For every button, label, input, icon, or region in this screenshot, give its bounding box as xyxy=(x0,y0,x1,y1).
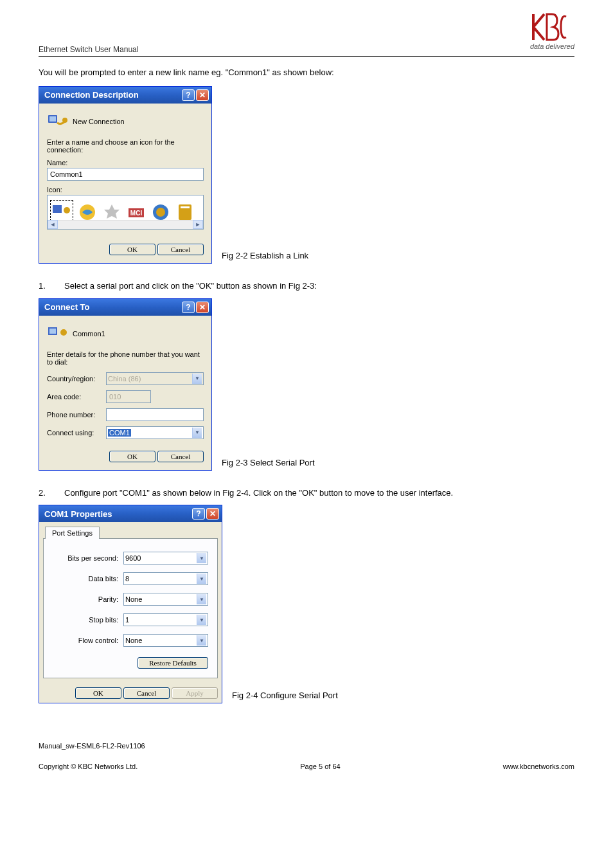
help-button[interactable]: ? xyxy=(182,302,195,313)
new-connection-icon xyxy=(47,111,67,132)
connect-using-label: Connect using: xyxy=(47,429,106,437)
chevron-down-icon[interactable]: ▼ xyxy=(197,594,206,604)
restore-defaults-button[interactable]: Restore Defaults xyxy=(138,657,208,669)
help-button[interactable]: ? xyxy=(192,508,205,520)
close-button[interactable]: ✕ xyxy=(196,302,209,313)
cancel-button[interactable]: Cancel xyxy=(157,244,204,255)
intro-text: You will be prompted to enter a new link… xyxy=(39,66,574,80)
connection-prompt: Enter a name and choose an icon for the … xyxy=(47,138,204,154)
chevron-down-icon: ▼ xyxy=(192,374,202,384)
phone-input[interactable] xyxy=(106,408,204,421)
svg-rect-11 xyxy=(181,206,190,208)
chevron-down-icon[interactable]: ▼ xyxy=(197,635,206,646)
name-label: Name: xyxy=(47,159,204,167)
scroll-right-button[interactable]: ► xyxy=(193,220,203,229)
connection-icon xyxy=(47,323,67,344)
cancel-button[interactable]: Cancel xyxy=(123,687,170,699)
chevron-down-icon[interactable]: ▼ xyxy=(197,553,206,563)
icon-label: Icon: xyxy=(47,186,204,194)
dialog-title: Connect To xyxy=(44,302,90,312)
svg-rect-1 xyxy=(49,116,56,122)
step-2: 2.Configure port "COM1" as shown below i… xyxy=(39,487,574,500)
dialog-titlebar: Connection Description ? ✕ xyxy=(39,87,211,104)
svg-point-4 xyxy=(64,207,70,213)
svg-rect-14 xyxy=(49,329,56,334)
page-footer: Manual_sw-ESML6-FL2-Rev1106 Copyright © … xyxy=(39,742,574,770)
stop-bits-label: Stop bits: xyxy=(53,616,123,624)
scroll-left-button[interactable]: ◄ xyxy=(48,220,58,229)
cancel-button[interactable]: Cancel xyxy=(157,451,204,462)
data-bits-select[interactable]: 8▼ xyxy=(123,572,208,585)
chevron-down-icon[interactable]: ▼ xyxy=(197,615,206,625)
connect-using-select[interactable]: COM1▼ xyxy=(106,426,204,439)
svg-point-2 xyxy=(62,118,67,123)
parity-select[interactable]: None▼ xyxy=(123,593,208,606)
flow-control-label: Flow control: xyxy=(53,637,123,644)
svg-point-15 xyxy=(60,329,67,336)
figure-caption-2: Fig 2-3 Select Serial Port xyxy=(222,458,315,467)
figure-caption-3: Fig 2-4 Configure Serial Port xyxy=(232,691,338,700)
area-code-label: Area code: xyxy=(47,393,106,401)
bits-select[interactable]: 9600▼ xyxy=(123,552,208,565)
close-button[interactable]: ✕ xyxy=(196,89,209,101)
page-number: Page 5 of 64 xyxy=(300,763,340,770)
copyright: Copyright © KBC Networks Ltd. xyxy=(39,763,138,770)
dialog-title: COM1 Properties xyxy=(44,509,112,519)
dialog-title: Connection Description xyxy=(44,90,139,100)
name-input[interactable] xyxy=(47,168,204,181)
logo-tagline: data delivered xyxy=(530,42,574,50)
scroll-track[interactable] xyxy=(58,220,193,229)
apply-button: Apply xyxy=(172,687,218,699)
dial-prompt: Enter details for the phone number that … xyxy=(47,350,204,366)
country-label: Country/region: xyxy=(47,375,106,383)
dialog-titlebar: Connect To ? ✕ xyxy=(39,299,211,316)
stop-bits-select[interactable]: 1▼ xyxy=(123,613,208,626)
close-button[interactable]: ✕ xyxy=(206,508,219,520)
manual-id: Manual_sw-ESML6-FL2-Rev1106 xyxy=(39,742,574,750)
phone-label: Phone number: xyxy=(47,411,106,419)
svg-point-9 xyxy=(156,208,165,217)
connect-to-dialog: Connect To ? ✕ Common1 Enter details for… xyxy=(39,298,212,471)
connection-description-dialog: Connection Description ? ✕ New Connectio… xyxy=(39,86,212,264)
svg-text:MCI: MCI xyxy=(130,210,143,217)
icon-option-1[interactable] xyxy=(51,201,72,222)
step-1: 1.Select a serial port and click on the … xyxy=(39,280,574,293)
chevron-down-icon[interactable]: ▼ xyxy=(192,428,202,438)
flow-control-select[interactable]: None▼ xyxy=(123,634,208,647)
area-code-input xyxy=(106,390,151,403)
figure-caption-1: Fig 2-2 Establish a Link xyxy=(222,251,308,260)
document-header: Ethernet Switch User Manual xyxy=(39,45,574,57)
ok-button[interactable]: OK xyxy=(109,244,155,255)
dialog-titlebar: COM1 Properties ? ✕ xyxy=(39,505,222,522)
help-button[interactable]: ? xyxy=(182,89,195,101)
footer-url: www.kbcnetworks.com xyxy=(503,763,574,770)
parity-label: Parity: xyxy=(53,595,123,603)
port-settings-tab[interactable]: Port Settings xyxy=(45,527,100,539)
data-bits-label: Data bits: xyxy=(53,575,123,583)
country-select: China (86)▼ xyxy=(106,372,204,385)
chevron-down-icon[interactable]: ▼ xyxy=(197,574,206,584)
ok-button[interactable]: OK xyxy=(109,451,155,462)
com1-properties-dialog: COM1 Properties ? ✕ Port Settings Bits p… xyxy=(39,505,222,703)
bits-label: Bits per second: xyxy=(53,554,123,562)
icon-selector[interactable]: MCI ◄ ► xyxy=(47,195,204,230)
kbc-logo-icon xyxy=(530,13,569,41)
svg-rect-3 xyxy=(53,205,62,213)
dialog-subtitle: Common1 xyxy=(73,330,105,338)
company-logo: data delivered xyxy=(530,13,574,50)
dialog-subtitle: New Connection xyxy=(73,118,125,125)
ok-button[interactable]: OK xyxy=(75,687,121,699)
